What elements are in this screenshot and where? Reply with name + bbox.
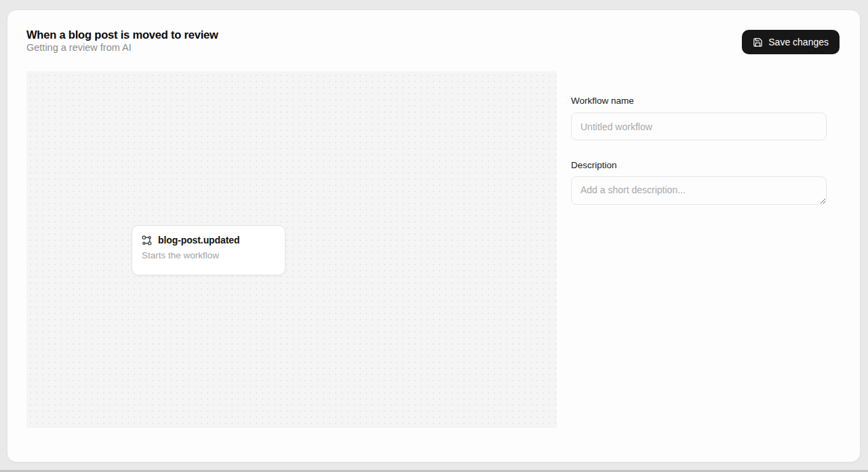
workflow-name-label: Workflow name: [571, 96, 827, 106]
workflow-canvas[interactable]: blog-post.updated Starts the workflow: [26, 71, 557, 428]
trigger-node-title: blog-post.updated: [158, 235, 239, 245]
description-label: Description: [571, 160, 827, 170]
workflow-editor-page: { "header": { "title": "When a blog post…: [0, 0, 868, 472]
page-subtitle: Getting a review from AI: [26, 42, 132, 53]
trigger-node-subtitle: Starts the workflow: [142, 250, 274, 260]
page-title: When a blog post is moved to review: [26, 28, 218, 41]
workflow-name-input[interactable]: [571, 113, 827, 140]
workflow-editor-card: When a blog post is moved to review Gett…: [7, 9, 861, 463]
save-icon: [753, 37, 763, 47]
workflow-icon: [142, 235, 152, 245]
description-textarea[interactable]: [571, 176, 827, 205]
workflow-settings-panel: Workflow name Description: [571, 96, 827, 205]
save-changes-button[interactable]: Save changes: [742, 30, 840, 54]
save-button-label: Save changes: [768, 37, 829, 47]
trigger-node[interactable]: blog-post.updated Starts the workflow: [132, 225, 285, 275]
